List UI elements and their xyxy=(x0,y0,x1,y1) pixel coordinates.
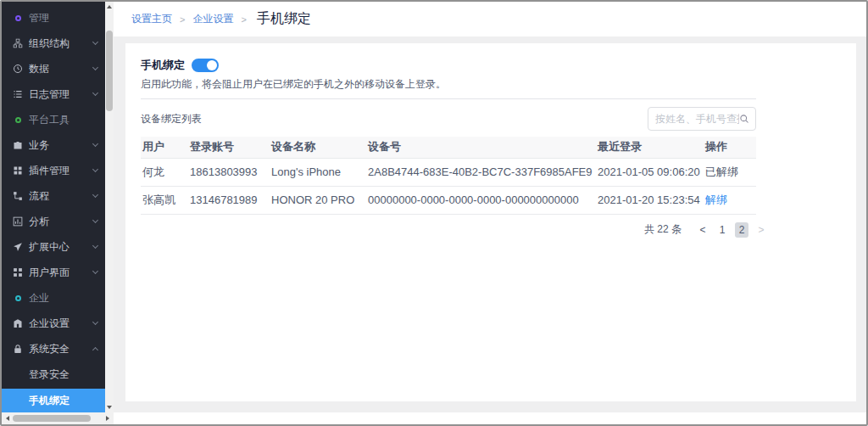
sidebar-item-label: 管理 xyxy=(29,11,97,25)
breadcrumb-link-enterprise-settings[interactable]: 企业设置 xyxy=(192,12,233,26)
phone-binding-label: 手机绑定 xyxy=(141,58,185,73)
sidebar-section-platform-tools[interactable]: 平台工具 xyxy=(2,107,105,132)
chevron-down-icon xyxy=(92,39,98,45)
breadcrumb-link-settings-home[interactable]: 设置主页 xyxy=(131,12,172,26)
scroll-right-arrow-icon[interactable] xyxy=(104,416,111,421)
chevron-down-icon xyxy=(92,268,98,274)
building-icon xyxy=(13,318,23,328)
sidebar-item-enterprise-settings[interactable]: 企业设置 xyxy=(2,311,105,336)
chevron-down-icon xyxy=(92,166,98,172)
sidebar-subitem-login-security[interactable]: 登录安全 xyxy=(2,362,105,387)
sidebar-item-label: 数据 xyxy=(29,62,93,76)
sidebar-item-label: 手机绑定 xyxy=(29,394,97,408)
user-search-box xyxy=(648,107,756,131)
sidebar-item-label: 企业 xyxy=(29,291,97,305)
table-header-row: 用户 登录账号 设备名称 设备号 最近登录 操作 xyxy=(141,137,756,158)
circle-icon xyxy=(13,293,23,303)
search-icon xyxy=(739,114,749,124)
sidebar-vertical-scrollbar xyxy=(105,2,114,412)
sidebar-item-analysis[interactable]: 分析 xyxy=(2,209,105,234)
device-list-header: 设备绑定列表 xyxy=(141,106,756,132)
main-row: 管理 组织结构 数据 日志管理 xyxy=(2,2,866,412)
sidebar-section-management[interactable]: 管理 xyxy=(2,5,105,31)
column-header-device-id: 设备号 xyxy=(366,137,596,158)
sidebar-item-label: 日志管理 xyxy=(29,87,93,102)
table-row: 何龙 18613803993 Long's iPhone 2A8B4744-68… xyxy=(141,158,756,186)
content-area: 设置主页 > 企业设置 > 手机绑定 手机绑定 启用此功能，将会阻止用户在已绑定… xyxy=(114,2,866,412)
table-row: 张高凯 13146781989 HONOR 20 PRO 00000000-00… xyxy=(141,186,756,214)
cell-last-login: 2021-01-20 15:23:54 xyxy=(596,186,704,214)
sidebar-item-label: 组织结构 xyxy=(29,36,93,51)
breadcrumb-separator: > xyxy=(180,14,185,25)
sidebar-item-user-interface[interactable]: 用户界面 xyxy=(2,260,105,285)
sidebar: 管理 组织结构 数据 日志管理 xyxy=(2,2,105,412)
sidebar-item-workflow[interactable]: 流程 xyxy=(2,183,105,209)
cell-device-name: HONOR 20 PRO xyxy=(270,186,366,214)
chevron-down-icon xyxy=(92,141,98,147)
user-search-input[interactable] xyxy=(655,113,739,125)
cell-device-id: 2A8B4744-683E-40B2-BC7C-337F6985AFE9 xyxy=(366,158,596,186)
phone-binding-toggle-row: 手机绑定 xyxy=(141,58,756,73)
sidebar-subitem-phone-binding[interactable]: 手机绑定 xyxy=(2,389,105,412)
chevron-up-icon xyxy=(92,347,98,353)
unbind-link[interactable]: 解绑 xyxy=(705,193,727,206)
pagination-prev-button[interactable]: < xyxy=(696,222,709,238)
sidebar-item-data[interactable]: 数据 xyxy=(2,56,105,81)
sidebar-item-label: 流程 xyxy=(29,189,93,204)
clock-icon xyxy=(13,64,23,74)
sidebar-item-label: 扩展中心 xyxy=(29,240,93,255)
sidebar-item-label: 系统安全 xyxy=(29,342,93,356)
lock-icon xyxy=(13,344,23,354)
horizontal-scrollbar-thumb[interactable] xyxy=(13,415,91,422)
sidebar-item-label: 插件管理 xyxy=(29,164,93,178)
grid-icon xyxy=(13,165,23,176)
column-header-device-name: 设备名称 xyxy=(270,137,366,158)
window: 管理 组织结构 数据 日志管理 xyxy=(0,0,868,426)
cell-user: 何龙 xyxy=(141,158,188,186)
pagination: 共 22 条 < 1 2 > xyxy=(141,222,768,238)
device-list-title: 设备绑定列表 xyxy=(141,112,202,126)
sidebar-item-system-security[interactable]: 系统安全 xyxy=(2,336,105,362)
pagination-page-1-button[interactable]: 1 xyxy=(715,222,729,238)
pagination-next-button[interactable]: > xyxy=(754,222,768,238)
sidebar-item-business[interactable]: 业务 xyxy=(2,132,105,158)
breadcrumb: 设置主页 > 企业设置 > 手机绑定 xyxy=(114,2,866,36)
column-header-last-login: 最近登录 xyxy=(596,137,704,158)
scroll-down-arrow-icon[interactable] xyxy=(105,402,114,412)
sidebar-section-enterprise[interactable]: 企业 xyxy=(2,285,105,311)
sidebar-item-org-structure[interactable]: 组织结构 xyxy=(2,31,105,56)
sidebar-item-plugin-management[interactable]: 插件管理 xyxy=(2,158,105,183)
sidebar-item-log-management[interactable]: 日志管理 xyxy=(2,81,105,107)
cell-last-login: 2021-01-05 09:06:20 xyxy=(596,158,704,186)
pagination-page-2-button[interactable]: 2 xyxy=(735,222,748,238)
chevron-down-icon xyxy=(92,90,98,96)
chart-icon xyxy=(13,216,23,227)
sitemap-icon xyxy=(13,38,23,48)
sidebar-item-label: 企业设置 xyxy=(29,317,93,331)
cell-user: 张高凯 xyxy=(141,186,188,214)
chevron-down-icon xyxy=(92,217,98,223)
page-title: 手机绑定 xyxy=(257,10,311,28)
sidebar-item-label: 登录安全 xyxy=(29,367,97,382)
sidebar-item-label: 用户界面 xyxy=(29,266,93,280)
column-header-action: 操作 xyxy=(704,137,756,158)
bottom-strip xyxy=(2,412,866,424)
sidebar-item-label: 分析 xyxy=(29,215,93,229)
divider xyxy=(141,98,756,99)
briefcase-icon xyxy=(13,140,23,150)
phone-binding-toggle[interactable] xyxy=(192,59,219,72)
bottom-filler xyxy=(114,412,866,424)
chevron-down-icon xyxy=(92,319,98,325)
sidebar-item-extension-center[interactable]: 扩展中心 xyxy=(2,234,105,260)
vertical-scrollbar-thumb[interactable] xyxy=(106,31,113,111)
layout-grid-icon xyxy=(13,267,23,277)
scroll-left-arrow-icon[interactable] xyxy=(4,416,11,421)
column-header-user: 用户 xyxy=(141,137,188,158)
chevron-down-icon xyxy=(92,64,98,70)
pagination-total: 共 22 条 xyxy=(644,222,682,237)
send-icon xyxy=(13,242,23,252)
cell-device-name: Long's iPhone xyxy=(270,158,366,186)
scroll-up-arrow-icon[interactable] xyxy=(105,2,114,12)
circle-icon xyxy=(13,115,23,125)
cell-device-id: 00000000-0000-0000-0000-000000000000 xyxy=(366,186,596,214)
